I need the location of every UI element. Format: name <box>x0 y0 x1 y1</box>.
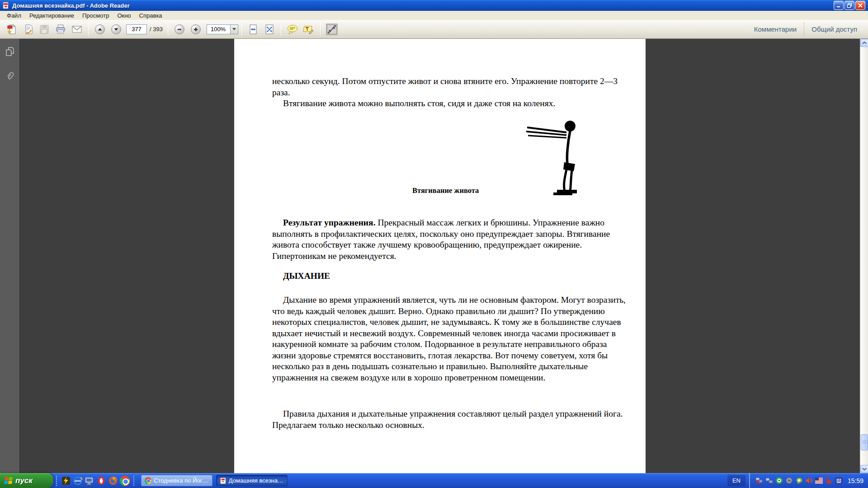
minimize-icon <box>836 3 841 8</box>
chrome-icon <box>145 477 151 484</box>
network-error-icon[interactable] <box>755 477 763 484</box>
section-heading: ДЫХАНИЕ <box>283 271 330 281</box>
chevron-down-icon <box>232 28 236 30</box>
restore-button[interactable] <box>844 1 854 10</box>
ie-icon <box>73 476 83 486</box>
paragraph-exercise-repeat: несколько секунд. Потом отпустите живот … <box>272 76 626 109</box>
quicklaunch-show-desktop[interactable] <box>84 475 95 487</box>
network-icon[interactable] <box>765 477 773 484</box>
firefox-icon <box>108 476 118 486</box>
zoom-dropdown-button[interactable] <box>230 24 238 34</box>
window-controls <box>834 1 866 10</box>
quicklaunch-chrome[interactable] <box>119 475 131 487</box>
quicklaunch-handle[interactable] <box>56 475 58 486</box>
share-panel-button[interactable]: Общий доступ <box>804 25 864 33</box>
toolbar: / 393 100% Комментарии <box>0 20 868 39</box>
zoom-level-select[interactable]: 100% <box>207 24 238 34</box>
system-tray: 15:59 <box>749 473 868 488</box>
page-number-input[interactable] <box>126 24 147 34</box>
start-button[interactable]: пуск <box>0 473 53 488</box>
zoom-in-button[interactable] <box>188 22 204 37</box>
zoom-level-value: 100% <box>207 24 230 34</box>
toolbar-separator <box>168 23 168 36</box>
fit-width-button[interactable] <box>245 22 261 37</box>
paragraph-text: Втягивание живота можно выполнять стоя, … <box>272 98 626 109</box>
language-indicator[interactable]: EN <box>727 475 745 486</box>
show-desktop-icon <box>85 476 94 486</box>
next-page-button[interactable] <box>108 22 124 37</box>
create-pdf-icon <box>6 24 17 35</box>
start-button-label: пуск <box>15 476 33 485</box>
menu-item-file[interactable]: Файл <box>3 12 25 19</box>
result-lead-text: Результат упражнения. <box>283 218 376 227</box>
menu-bar: Файл Редактирование Просмотр Окно Справк… <box>0 11 868 20</box>
minimize-button[interactable] <box>834 1 844 10</box>
antivirus-icon[interactable] <box>775 477 783 484</box>
unlock-icon[interactable] <box>825 477 833 484</box>
zoom-out-button[interactable] <box>171 22 188 37</box>
zoom-in-icon <box>193 26 199 33</box>
fit-page-button[interactable] <box>261 22 278 37</box>
chrome-icon <box>120 476 130 486</box>
figure-caption: Втягивание живота <box>412 186 479 195</box>
lightning-icon <box>61 476 71 485</box>
close-button[interactable] <box>855 1 865 10</box>
scrollbar-thumb[interactable] <box>861 434 868 450</box>
previous-page-button[interactable] <box>92 22 108 37</box>
main-area: несколько секунд. Потом отпустите живот … <box>0 39 868 473</box>
taskbar-clock: 15:59 <box>848 477 863 484</box>
fullscreen-button[interactable] <box>324 22 340 37</box>
comment-icon <box>287 24 298 35</box>
menu-item-help[interactable]: Справка <box>135 12 166 19</box>
fit-width-icon <box>248 24 259 35</box>
window-title: Домашняя всезнайка.pdf - Adobe Reader <box>12 2 130 9</box>
scroll-up-button[interactable] <box>860 39 868 47</box>
opera-icon <box>96 476 106 486</box>
quicklaunch-lightning[interactable] <box>60 475 72 487</box>
scroll-down-button[interactable] <box>860 465 868 473</box>
email-icon <box>71 24 82 35</box>
volume-icon[interactable] <box>805 477 813 484</box>
quicklaunch-internet-explorer[interactable] <box>72 475 84 487</box>
attachments-panel-button[interactable] <box>0 68 20 84</box>
keypad-icon[interactable] <box>835 477 843 484</box>
save-icon <box>39 24 50 35</box>
sign-button[interactable] <box>301 22 317 37</box>
sign-icon <box>303 24 315 35</box>
print-button[interactable] <box>52 22 69 37</box>
zoom-out-icon <box>176 26 183 33</box>
create-pdf-button[interactable] <box>4 22 20 37</box>
task-button-domashnyaya[interactable]: Домашняя всезнайк... <box>216 475 288 486</box>
navigation-sidebar <box>0 39 20 473</box>
quicklaunch-opera[interactable] <box>95 475 107 487</box>
messenger-icon[interactable] <box>795 477 803 484</box>
paragraph-text: несколько секунд. Потом отпустите живот … <box>272 76 626 98</box>
taskband-handle[interactable] <box>133 475 135 486</box>
vertical-scrollbar[interactable] <box>860 39 868 473</box>
save-button[interactable] <box>36 22 52 37</box>
audio-knob-icon[interactable] <box>785 477 793 484</box>
fullscreen-icon <box>326 23 338 35</box>
email-button[interactable] <box>69 22 85 37</box>
chevron-down-icon <box>862 467 867 471</box>
us-flag-icon[interactable] <box>815 477 823 484</box>
menu-item-view[interactable]: Просмотр <box>78 12 113 19</box>
attachments-icon <box>5 70 15 81</box>
restore-icon <box>847 3 852 8</box>
open-button[interactable] <box>20 22 36 37</box>
comment-button[interactable] <box>284 22 301 37</box>
comments-panel-button[interactable]: Комментарии <box>747 25 804 33</box>
pages-panel-button[interactable] <box>0 43 20 60</box>
adobe-reader-window: Домашняя всезнайка.pdf - Adobe Reader Фа… <box>0 0 868 488</box>
task-button-label: Домашняя всезнайк... <box>229 477 284 484</box>
task-button-stodnevka[interactable]: Стодневка по Йоге ... <box>141 475 212 486</box>
toolbar-separator <box>88 23 89 36</box>
open-icon <box>23 24 33 35</box>
toolbar-right: Комментарии Общий доступ <box>747 20 864 38</box>
paragraph-text: Дыхание во время упражнений является, чу… <box>272 295 628 383</box>
menu-item-window[interactable]: Окно <box>113 12 135 19</box>
menu-item-edit[interactable]: Редактирование <box>25 12 78 19</box>
pdf-app-icon <box>2 1 10 9</box>
pdf-page: несколько секунд. Потом отпустите живот … <box>234 39 646 473</box>
quicklaunch-firefox[interactable] <box>107 475 119 487</box>
